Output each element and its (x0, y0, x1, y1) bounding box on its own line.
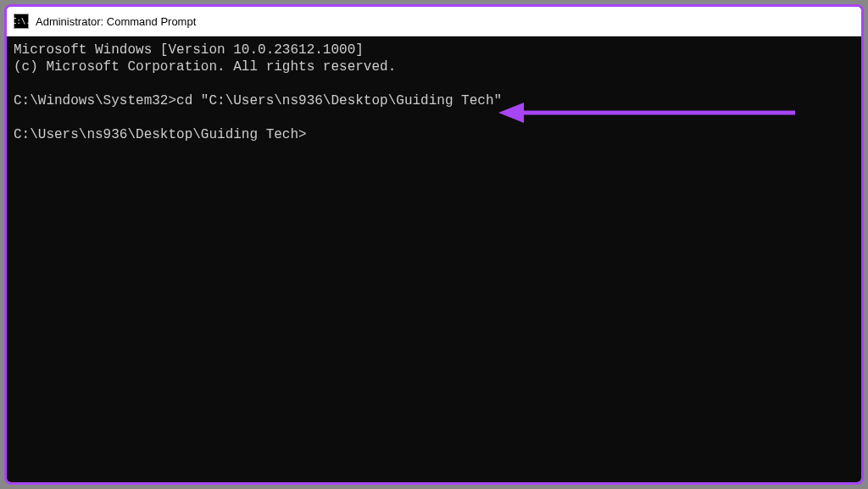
command-prompt-window: C:\. Administrator: Command Prompt Micro… (4, 4, 864, 485)
cmd-icon: C:\. (14, 14, 29, 29)
prompt-line-2: C:\Users\ns936\Desktop\Guiding Tech> (14, 126, 854, 143)
copyright-line: (c) Microsoft Corporation. All rights re… (14, 58, 854, 75)
version-line: Microsoft Windows [Version 10.0.23612.10… (14, 42, 854, 58)
terminal-area[interactable]: Microsoft Windows [Version 10.0.23612.10… (7, 36, 861, 482)
window-title: Administrator: Command Prompt (36, 15, 196, 28)
command-line-1: C:\Windows\System32>cd "C:\Users\ns936\D… (14, 92, 854, 109)
blank-line (14, 75, 854, 92)
prompt-2: C:\Users\ns936\Desktop\Guiding Tech> (14, 127, 307, 142)
blank-line (14, 109, 854, 126)
prompt-1: C:\Windows\System32> (14, 93, 176, 108)
command-1: cd "C:\Users\ns936\Desktop\Guiding Tech" (176, 93, 502, 108)
titlebar[interactable]: C:\. Administrator: Command Prompt (7, 7, 861, 36)
